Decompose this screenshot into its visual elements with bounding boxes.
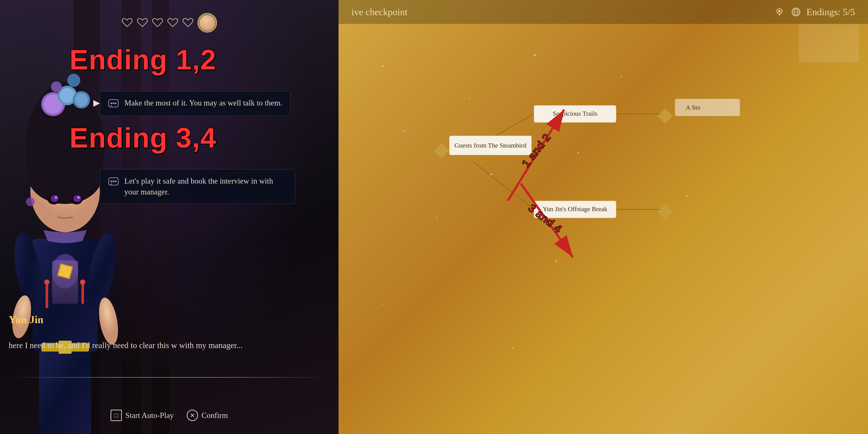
confirm-icon: ✕ xyxy=(187,410,198,421)
svg-rect-27 xyxy=(45,282,48,308)
dialogue-box-1[interactable]: Make the most of it. You may as well tal… xyxy=(100,91,290,116)
svg-point-26 xyxy=(26,197,35,206)
svg-rect-62 xyxy=(675,99,740,116)
svg-rect-0 xyxy=(39,347,91,434)
dialogue-text-1: Make the most of it. You may as well tal… xyxy=(124,97,282,108)
confirm-button[interactable]: ✕ Confirm xyxy=(187,410,228,421)
dialogue-arrow: ▶ xyxy=(93,98,100,108)
svg-text:Yun Jin's Offstage Break: Yun Jin's Offstage Break xyxy=(543,205,607,212)
svg-text:Guests from The Steambird: Guests from The Steambird xyxy=(455,142,526,149)
svg-point-35 xyxy=(113,102,114,104)
confirm-label: Confirm xyxy=(202,411,228,420)
svg-point-39 xyxy=(113,181,114,182)
heart-2 xyxy=(137,17,148,28)
svg-point-34 xyxy=(111,102,112,104)
separator-line xyxy=(9,377,330,378)
dialogue-box-2[interactable]: Let's play it safe and book the intervie… xyxy=(100,169,295,204)
auto-play-label: Start Auto-Play xyxy=(125,411,174,420)
svg-point-19 xyxy=(51,82,62,92)
heart-1 xyxy=(122,17,133,28)
map-icon xyxy=(790,6,802,18)
player-avatar xyxy=(197,13,217,33)
heart-3 xyxy=(152,17,163,28)
ending-label-3-4: Ending 3,4 xyxy=(69,122,216,154)
svg-point-40 xyxy=(115,181,117,182)
svg-rect-29 xyxy=(82,282,84,304)
endings-count: Endings: 5/5 xyxy=(806,6,855,18)
chat-icon-2 xyxy=(108,177,119,188)
svg-point-28 xyxy=(44,279,50,285)
right-top-bar: ive checkpoint Endings: 5/5 xyxy=(339,0,868,24)
svg-point-15 xyxy=(60,88,75,103)
hearts-row xyxy=(122,13,217,33)
character-dialogue: here I need to be, and I'd really need t… xyxy=(9,339,317,351)
svg-point-36 xyxy=(115,102,117,104)
heart-4 xyxy=(167,17,178,28)
left-panel: Ending 1,2 ▶ Make the most of it. You ma… xyxy=(0,0,339,434)
bottom-bar: □ Start Auto-Play ✕ Confirm xyxy=(111,410,228,421)
svg-point-25 xyxy=(77,196,80,199)
svg-point-30 xyxy=(80,279,85,285)
svg-point-42 xyxy=(778,10,780,12)
svg-line-50 xyxy=(473,162,534,209)
svg-point-17 xyxy=(75,93,88,106)
svg-rect-53 xyxy=(434,143,450,159)
svg-rect-54 xyxy=(657,108,673,124)
chat-icon-1 xyxy=(108,98,119,110)
right-panel: ive checkpoint Endings: 5/5 xyxy=(339,0,868,434)
checkpoint-text: ive checkpoint xyxy=(351,6,407,18)
character-name: Yun Jin xyxy=(9,314,43,326)
svg-point-24 xyxy=(55,196,57,199)
heart-5 xyxy=(182,17,193,28)
svg-point-23 xyxy=(73,195,81,202)
dialogue-text-2: Let's play it safe and book the intervie… xyxy=(124,176,287,197)
endings-badge: Endings: 5/5 xyxy=(773,6,855,18)
svg-point-22 xyxy=(51,195,59,202)
auto-play-icon: □ xyxy=(111,410,122,421)
flowchart: Guests from The Steambird Suspicious Tra… xyxy=(339,24,868,434)
svg-point-38 xyxy=(111,181,112,182)
ending-label-1-2: Ending 1,2 xyxy=(69,43,216,76)
svg-rect-55 xyxy=(657,204,673,219)
avatar-face xyxy=(199,15,215,30)
auto-play-button[interactable]: □ Start Auto-Play xyxy=(111,410,174,421)
svg-text:A Sto: A Sto xyxy=(686,104,701,111)
location-icon xyxy=(773,6,785,18)
